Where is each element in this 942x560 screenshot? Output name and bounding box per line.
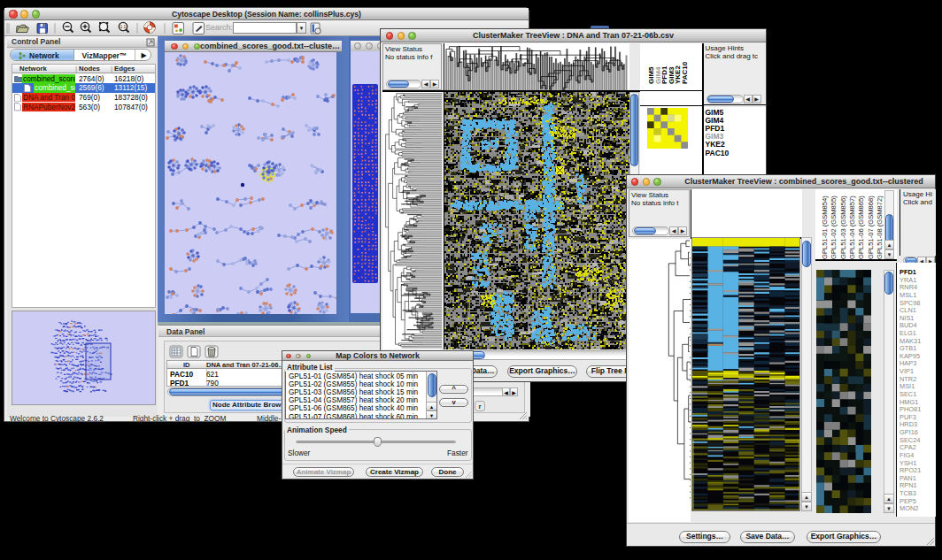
svg-text:1:1: 1:1 (120, 25, 127, 29)
